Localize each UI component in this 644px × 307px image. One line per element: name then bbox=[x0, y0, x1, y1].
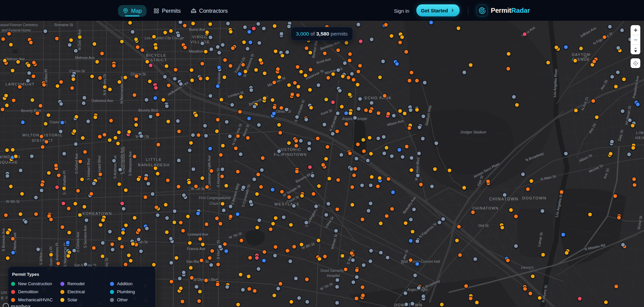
svg-text:CHINATOWN: CHINATOWN bbox=[489, 197, 518, 201]
svg-text:Clinton St: Clinton St bbox=[69, 69, 85, 73]
svg-text:DOGTOWN: DOGTOWN bbox=[522, 196, 546, 200]
svg-text:Oakwood Ave: Oakwood Ave bbox=[92, 99, 113, 103]
svg-text:S Serrano Ave: S Serrano Ave bbox=[83, 225, 87, 248]
svg-text:ECHO PARK: ECHO PARK bbox=[364, 96, 392, 100]
svg-text:S Hoover St: S Hoover St bbox=[216, 168, 220, 187]
svg-text:B P: B P bbox=[1, 296, 9, 300]
svg-text:Hospital: Hospital bbox=[327, 273, 340, 278]
svg-text:Walt Disney Concert Hall: Walt Disney Concert Hall bbox=[401, 259, 440, 263]
svg-text:S Bronson Ave: S Bronson Ave bbox=[1, 228, 5, 251]
svg-text:Leeward Ave: Leeward Ave bbox=[188, 232, 208, 236]
svg-text:DISTRICT: DISTRICT bbox=[32, 138, 53, 142]
svg-text:S Hobart Blvd: S Hobart Blvd bbox=[86, 158, 91, 180]
svg-text:and Funeral Home: and Funeral Home bbox=[2, 28, 31, 32]
svg-text:Dodger Stadium: Dodger Stadium bbox=[461, 130, 486, 134]
svg-text:S Mariposa Ave: S Mariposa Ave bbox=[128, 151, 132, 176]
svg-text:Burns Ave: Burns Ave bbox=[189, 27, 205, 32]
svg-text:HEIGHTS: HEIGHTS bbox=[635, 136, 644, 140]
svg-text:S Manhattan Pl: S Manhattan Pl bbox=[62, 171, 66, 195]
svg-text:Melrose Ave: Melrose Ave bbox=[75, 56, 95, 60]
svg-text:San Marino St: San Marino St bbox=[186, 259, 209, 263]
svg-text:CHINATOWN: CHINATOWN bbox=[472, 206, 499, 210]
svg-text:Francis Ave: Francis Ave bbox=[187, 247, 206, 251]
svg-text:BANGLADESH: BANGLADESH bbox=[138, 163, 170, 167]
svg-text:KOREATOWN: KOREATOWN bbox=[82, 211, 112, 216]
svg-text:Melrose Ave: Melrose Ave bbox=[5, 57, 25, 61]
svg-text:S Norton Ave: S Norton Ave bbox=[13, 232, 17, 253]
svg-text:Church: Church bbox=[210, 201, 221, 205]
svg-text:W 6th St: W 6th St bbox=[6, 199, 19, 203]
svg-text:BICYCLE: BICYCLE bbox=[146, 53, 166, 57]
svg-text:Romaine St: Romaine St bbox=[55, 23, 73, 27]
svg-text:Ord St: Ord St bbox=[478, 224, 488, 228]
svg-text:DAYTON: DAYTON bbox=[572, 53, 590, 57]
svg-text:Beverly Blvd: Beverly Blvd bbox=[138, 108, 158, 112]
svg-text:N Kingsley Dr: N Kingsley Dr bbox=[103, 73, 107, 95]
svg-text:S Oxford Ave: S Oxford Ave bbox=[76, 232, 80, 252]
svg-text:SQUARE: SQUARE bbox=[0, 160, 18, 164]
svg-text:Denny's: Denny's bbox=[521, 265, 534, 269]
svg-text:Good Samaritan: Good Samaritan bbox=[320, 268, 346, 272]
svg-text:LITTLE: LITTLE bbox=[146, 158, 162, 162]
svg-text:S Oxford Ave: S Oxford Ave bbox=[74, 153, 78, 174]
svg-text:First Congregational: First Congregational bbox=[199, 196, 231, 200]
svg-text:LINCOLN: LINCOLN bbox=[636, 131, 644, 135]
svg-text:HISTORIC: HISTORIC bbox=[279, 147, 301, 151]
svg-text:wood Forever Cemetery: wood Forever Cemetery bbox=[0, 23, 38, 27]
